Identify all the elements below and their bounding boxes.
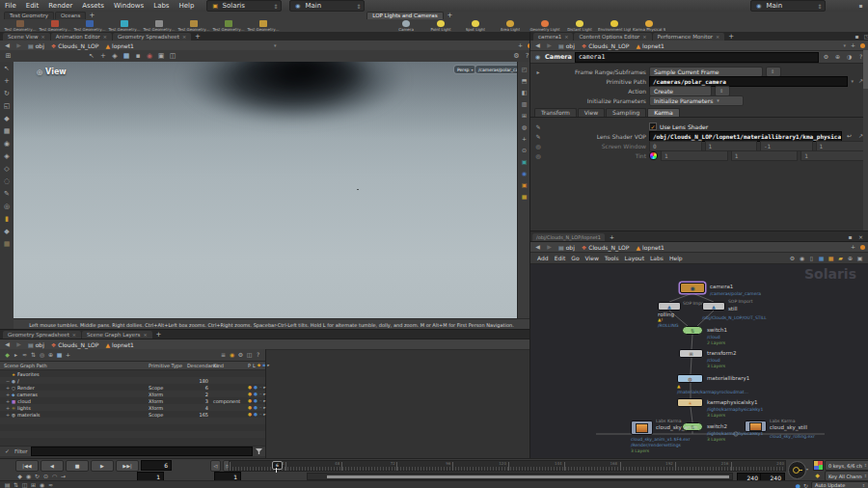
- vis-flag[interactable]: ●: [254, 385, 258, 390]
- shelf-tool-point-light[interactable]: Point Light: [424, 20, 457, 32]
- cache-icon[interactable]: ◉: [38, 481, 46, 488]
- shelf-tool-testgeometry-1[interactable]: Test Geometry…: [4, 20, 37, 32]
- network-menu-item[interactable]: Help: [666, 255, 686, 261]
- collapse-tree-icon[interactable]: ◆: [3, 351, 12, 360]
- network-menu-item[interactable]: Labs: [647, 255, 666, 261]
- use-lens-shader-checkbox[interactable]: ✓: [649, 122, 657, 130]
- column-descendants[interactable]: Descendants: [187, 363, 208, 368]
- notes-icon[interactable]: ▯: [807, 254, 816, 262]
- help-icon[interactable]: ?: [254, 351, 262, 360]
- light-icon[interactable]: ⊙: [520, 146, 529, 154]
- play-button[interactable]: ▶: [91, 460, 114, 472]
- channel-ring-icon[interactable]: ◎: [532, 143, 544, 149]
- param-tab[interactable]: Transform: [534, 108, 577, 117]
- snapshot-icon[interactable]: ◫: [168, 51, 178, 61]
- tree-row[interactable]: +☼lights Xform 4 ● ● – ▸: [0, 404, 265, 411]
- channel-ring-icon[interactable]: ◎: [532, 152, 544, 159]
- network-menu-item[interactable]: Add: [534, 255, 552, 261]
- forward-icon[interactable]: ▶: [14, 41, 23, 50]
- folder-gold-icon[interactable]: ▰: [836, 254, 845, 262]
- flatten-icon[interactable]: ≈: [20, 351, 29, 360]
- sync-selection-icon[interactable]: ▦: [55, 351, 64, 360]
- snapshot-icon[interactable]: ◫: [245, 351, 254, 360]
- menu-item[interactable]: Help: [175, 2, 200, 10]
- display-blue-icon[interactable]: ◉: [520, 169, 529, 177]
- column-type[interactable]: Primitive Type: [149, 363, 187, 368]
- compare-icon[interactable]: ◑: [845, 53, 854, 62]
- pick-prim-icon[interactable]: +: [64, 351, 72, 360]
- horizontal-splitter-right[interactable]: [530, 230, 868, 231]
- view-tool-icon[interactable]: ◎: [2, 202, 13, 212]
- field-caret-icon[interactable]: ▾: [851, 78, 854, 84]
- display-orange-icon[interactable]: ▣: [520, 180, 529, 189]
- tree-row[interactable]: ★Favorites: [0, 370, 265, 377]
- magnet-multi-icon[interactable]: ◈: [2, 151, 13, 162]
- playhead-marker[interactable]: 6: [272, 461, 283, 470]
- translate-tool-icon[interactable]: +: [2, 76, 13, 87]
- close-tab-icon[interactable]: ×: [716, 33, 719, 41]
- column-order-icon[interactable]: ≡: [219, 351, 228, 360]
- menu-item[interactable]: Render: [43, 2, 77, 10]
- set-key-button[interactable]: [788, 461, 806, 479]
- forward-icon[interactable]: ▶: [545, 243, 554, 252]
- go-start-button[interactable]: |◀◀: [15, 460, 39, 472]
- scene-viewport[interactable]: ◎ View Persp ▾ /cameras/polar_camera: [14, 62, 517, 318]
- breadcrumb-node[interactable]: ▲lopnet1: [103, 42, 135, 49]
- fold-arrow-icon[interactable]: ▸: [532, 68, 544, 75]
- grid-display-icon[interactable]: ▥: [520, 99, 529, 108]
- pane-split-icon[interactable]: ◳: [862, 32, 868, 41]
- primitive-path-field[interactable]: /cameras/polar_camera: [649, 76, 848, 87]
- filter-check-icon[interactable]: ✓: [3, 447, 12, 456]
- expand-toggle[interactable]: −: [4, 378, 12, 384]
- range-bar[interactable]: [327, 475, 729, 478]
- pane-close-icon[interactable]: ×: [856, 232, 865, 241]
- pin-orange-icon[interactable]: ◉: [228, 351, 236, 360]
- expand-toggle[interactable]: +: [4, 392, 12, 397]
- network-menu-item[interactable]: Layout: [622, 255, 647, 261]
- add-pane-tab-button[interactable]: +: [153, 331, 165, 339]
- shelf-tool-camera[interactable]: Camera: [390, 20, 422, 32]
- expand-toggle[interactable]: +: [4, 398, 12, 404]
- snap-mode-icon[interactable]: ◈: [110, 51, 121, 61]
- tree-row[interactable]: +○Render Scope 6 ● ● – ▸: [0, 384, 265, 391]
- camera-menu[interactable]: /cameras/polar_camera: [475, 65, 517, 74]
- close-tab-icon[interactable]: ×: [41, 33, 45, 41]
- timeline-ruler[interactable]: 24487296120144168192216240 6: [229, 460, 786, 472]
- keys-summary-dropdown[interactable]: 0 keys, 6/6 channels ⇕: [825, 460, 868, 471]
- breadcrumb-network[interactable]: ❖Clouds_N_LOP: [49, 42, 101, 49]
- node-materiallibrary1[interactable]: ◍: [677, 374, 703, 383]
- add-pane-tab-button[interactable]: +: [725, 33, 737, 41]
- shelf-tab[interactable]: Oceans: [55, 12, 86, 19]
- tint-g[interactable]: 1: [731, 150, 799, 161]
- link-indicator-icon[interactable]: [860, 43, 865, 48]
- display-teal-icon[interactable]: ▣: [520, 157, 529, 166]
- tree-row[interactable]: +■cloud Xform 3 component ● ● – ▸: [0, 397, 265, 404]
- activate-flag[interactable]: ●: [248, 405, 252, 410]
- link-indicator-icon[interactable]: [860, 245, 865, 250]
- current-frame-field[interactable]: 6: [141, 460, 172, 471]
- scale-tool-icon[interactable]: ◱: [2, 101, 13, 112]
- shade-icon[interactable]: ◍: [520, 122, 529, 131]
- pane-tab[interactable]: Scene Graph Layers×: [82, 331, 152, 339]
- breadcrumb-network[interactable]: ❖Clouds_N_LOP: [580, 42, 632, 49]
- close-tab-icon[interactable]: ×: [642, 33, 646, 41]
- jump-to-node-icon[interactable]: ↩: [845, 132, 854, 141]
- node-transform2[interactable]: ⊞: [679, 349, 703, 358]
- shelf-tab[interactable]: LOP Lights and Cameras: [366, 12, 443, 19]
- shelf-tool-geometry-light[interactable]: Geometry Light: [529, 20, 561, 32]
- shelf-tab[interactable]: Test Geometry: [4, 12, 54, 19]
- key-options-caret[interactable]: ▾: [806, 467, 808, 472]
- tint-b[interactable]: 1: [800, 150, 868, 161]
- node-karmaphysicalsky1[interactable]: ☀: [677, 398, 703, 407]
- select-tool-icon[interactable]: ↖: [2, 64, 13, 74]
- breadcrumb-node[interactable]: ▲lopnet1: [103, 341, 135, 348]
- back-icon[interactable]: ◀: [533, 243, 542, 252]
- gear-icon[interactable]: ⚙: [236, 351, 245, 360]
- network-menu-item[interactable]: Tools: [602, 255, 622, 261]
- back-icon[interactable]: ◀: [3, 340, 12, 349]
- node-rolling[interactable]: ▲: [658, 302, 681, 311]
- expand-toggle[interactable]: +: [4, 385, 12, 391]
- tint-r[interactable]: 1: [661, 150, 728, 161]
- prev-key-button[interactable]: ◁: [210, 460, 221, 472]
- brush-tool-icon[interactable]: ✎: [2, 189, 13, 200]
